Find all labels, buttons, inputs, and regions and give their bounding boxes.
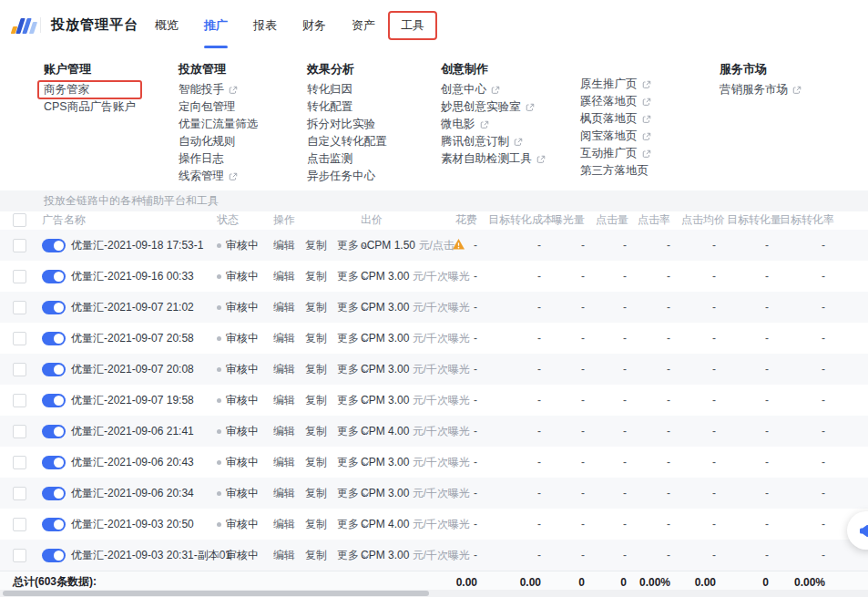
action-edit[interactable]: 编辑 — [273, 332, 295, 345]
ad-name[interactable]: 优量汇-2021-09-03 20:50 — [66, 517, 211, 532]
action-copy[interactable]: 复制 — [305, 456, 327, 468]
action-copy[interactable]: 复制 — [305, 239, 327, 252]
menu-item[interactable]: 蹊径落地页 — [580, 96, 651, 108]
row-checkbox[interactable] — [13, 425, 26, 438]
ad-enabled-toggle[interactable] — [42, 518, 66, 531]
column-header: 点击均价 — [676, 212, 721, 228]
action-copy[interactable]: 复制 — [305, 301, 327, 314]
action-copy[interactable]: 复制 — [305, 487, 327, 499]
menu-item[interactable]: 自动化规则 — [179, 136, 259, 148]
ad-name[interactable]: 优量汇-2021-09-16 00:33 — [66, 269, 211, 284]
action-edit[interactable]: 编辑 — [273, 270, 295, 283]
row-checkbox[interactable] — [13, 518, 26, 531]
metric-cell: - — [446, 518, 483, 530]
row-checkbox[interactable] — [13, 394, 26, 407]
action-edit[interactable]: 编辑 — [273, 487, 295, 499]
ad-enabled-toggle[interactable] — [42, 425, 66, 438]
menu-item-label: 原生推广页 — [580, 77, 638, 92]
ad-name[interactable]: 优量汇-2021-09-06 20:34 — [66, 486, 211, 501]
ad-enabled-toggle[interactable] — [42, 549, 66, 562]
ad-name[interactable]: 优量汇-2021-09-07 19:58 — [66, 393, 211, 408]
row-checkbox[interactable] — [13, 456, 26, 469]
menu-item[interactable]: 转化归因 — [307, 84, 387, 96]
menu-item[interactable]: 营销服务市场 — [720, 84, 802, 96]
action-copy[interactable]: 复制 — [305, 518, 327, 530]
ad-enabled-toggle[interactable] — [42, 332, 66, 345]
menu-item[interactable]: 素材自助检测工具 — [441, 153, 546, 165]
ad-name[interactable]: 优量汇-2021-09-06 20:43 — [66, 455, 211, 470]
action-copy[interactable]: 复制 — [305, 549, 327, 561]
menu-item[interactable]: CPS商品广告账户 — [44, 101, 136, 113]
nav-item-4[interactable]: 财务 — [293, 14, 335, 37]
ad-enabled-toggle[interactable] — [42, 301, 66, 314]
action-edit[interactable]: 编辑 — [273, 239, 295, 252]
menu-item[interactable]: 操作日志 — [179, 153, 259, 165]
ad-name[interactable]: 优量汇-2021-09-07 21:02 — [66, 300, 211, 315]
menu-item[interactable]: 原生推广页 — [580, 78, 651, 90]
select-all-checkbox[interactable] — [13, 213, 26, 227]
nav-item-1[interactable]: 概览 — [146, 14, 188, 37]
row-actions: 编辑复制更多 — [268, 517, 355, 532]
menu-item[interactable]: 创意中心 — [441, 84, 546, 96]
nav-item-6[interactable]: 工具 — [392, 14, 434, 37]
action-edit[interactable]: 编辑 — [273, 456, 295, 468]
header-select-cell[interactable] — [0, 213, 36, 227]
action-copy[interactable]: 复制 — [305, 425, 327, 437]
warning-icon[interactable] — [452, 238, 465, 253]
external-link-icon — [642, 115, 651, 124]
row-checkbox[interactable] — [13, 239, 26, 252]
menu-column-1: 账户管理商务管家CPS商品广告账户 — [44, 61, 136, 118]
menu-item[interactable]: 第三方落地页 — [580, 165, 651, 177]
menu-item[interactable]: 智能投手 — [179, 84, 259, 96]
menu-item[interactable]: 腾讯创意订制 — [441, 136, 546, 148]
action-edit[interactable]: 编辑 — [273, 425, 295, 437]
menu-item[interactable]: 异步任务中心 — [307, 170, 387, 182]
ad-enabled-toggle[interactable] — [42, 456, 66, 469]
nav-item-3[interactable]: 报表 — [244, 14, 286, 37]
action-edit[interactable]: 编辑 — [273, 301, 295, 314]
action-copy[interactable]: 复制 — [305, 363, 327, 376]
ad-enabled-toggle[interactable] — [42, 394, 66, 407]
action-copy[interactable]: 复制 — [305, 332, 327, 345]
menu-item[interactable]: 互动推广页 — [580, 148, 651, 160]
action-edit[interactable]: 编辑 — [273, 394, 295, 407]
menu-item[interactable]: 点击监测 — [307, 153, 387, 165]
ad-name[interactable]: 优量汇-2021-09-07 20:08 — [66, 362, 211, 377]
action-copy[interactable]: 复制 — [305, 394, 327, 407]
row-checkbox[interactable] — [13, 487, 26, 500]
ad-enabled-toggle[interactable] — [42, 239, 66, 252]
nav-item-5[interactable]: 资产 — [342, 14, 384, 37]
ad-name[interactable]: 优量汇-2021-09-18 17:53-1 — [66, 238, 211, 253]
menu-item[interactable]: 商务管家 — [44, 84, 136, 96]
action-edit[interactable]: 编辑 — [273, 518, 295, 530]
menu-item[interactable]: 转化配置 — [307, 101, 387, 113]
ad-enabled-toggle[interactable] — [42, 270, 66, 283]
action-edit[interactable]: 编辑 — [273, 549, 295, 561]
menu-item[interactable]: 自定义转化配置 — [307, 136, 387, 148]
nav-item-2[interactable]: 推广 — [195, 14, 237, 37]
horizontal-scrollbar-thumb[interactable] — [3, 591, 429, 596]
menu-item[interactable]: 阅宝落地页 — [580, 130, 651, 142]
menu-item[interactable]: 定向包管理 — [179, 101, 259, 113]
action-edit[interactable]: 编辑 — [273, 363, 295, 376]
menu-item-label: 拆分对比实验 — [307, 117, 375, 132]
row-checkbox[interactable] — [13, 549, 26, 562]
menu-item[interactable]: 妙思创意实验室 — [441, 101, 546, 113]
menu-item[interactable]: 拆分对比实验 — [307, 118, 387, 130]
action-copy[interactable]: 复制 — [305, 270, 327, 283]
row-checkbox[interactable] — [13, 332, 26, 345]
ad-name[interactable]: 优量汇-2021-09-07 20:58 — [66, 331, 211, 346]
ad-name[interactable]: 优量汇-2021-09-06 21:41 — [66, 424, 211, 439]
menu-item[interactable]: 线索管理 — [179, 170, 259, 182]
menu-item[interactable]: 优量汇流量筛选 — [179, 118, 259, 130]
ad-enabled-toggle[interactable] — [42, 363, 66, 376]
primary-nav: 概览推广报表财务资产工具 — [142, 0, 437, 50]
menu-item[interactable]: 微电影 — [441, 118, 546, 130]
ad-name[interactable]: 优量汇-2021-09-03 20:31-副本01 — [66, 548, 211, 563]
row-checkbox[interactable] — [13, 363, 26, 376]
row-checkbox[interactable] — [13, 270, 26, 283]
ad-enabled-toggle[interactable] — [42, 487, 66, 500]
menu-item-label: 自动化规则 — [179, 134, 236, 149]
menu-item[interactable]: 枫页落地页 — [580, 113, 651, 125]
row-checkbox[interactable] — [13, 301, 26, 314]
